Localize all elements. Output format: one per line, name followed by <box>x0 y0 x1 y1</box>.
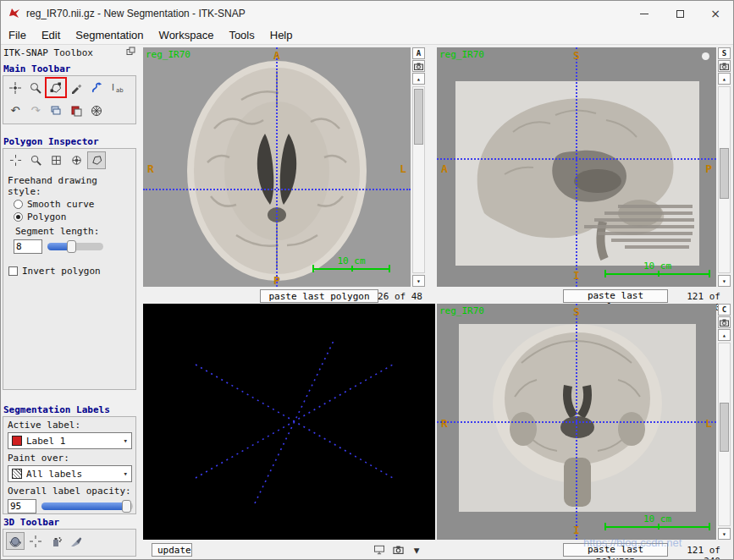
zoom-tool-icon[interactable] <box>26 79 45 96</box>
undo-icon[interactable]: ↶ <box>6 102 25 119</box>
opacity-slider[interactable] <box>41 502 133 510</box>
layer-inspector-icon[interactable] <box>47 102 65 119</box>
sagittal-scroll-thumb[interactable] <box>720 148 729 199</box>
spray-3d-icon[interactable] <box>47 532 65 550</box>
polygon-radio[interactable]: Polygon <box>14 211 135 222</box>
crosshair-vertical[interactable] <box>576 47 577 287</box>
annotation-tool-icon[interactable]: Iab <box>108 79 126 96</box>
paintbrush-tool-icon[interactable] <box>67 79 86 96</box>
sagittal-paste-last-polygon-button[interactable]: paste last polygon <box>563 289 668 303</box>
minimize-button[interactable] <box>626 1 662 26</box>
crosshair-horizontal[interactable] <box>437 421 716 423</box>
radio-checked-icon <box>14 212 23 222</box>
smooth-curve-radio[interactable]: Smooth curve <box>14 199 135 210</box>
sagittal-scroll-up[interactable]: ▴ <box>718 73 731 85</box>
coronal-scrollbar[interactable] <box>718 343 731 526</box>
paint-over-value: All labels <box>26 469 82 480</box>
invert-polygon-checkbox[interactable]: Invert polygon <box>8 266 135 277</box>
layer-label: reg_IR70 <box>439 305 484 316</box>
sagittal-camera-button[interactable] <box>718 60 731 72</box>
3d-viewport[interactable] <box>143 304 435 540</box>
orientation-top: A <box>273 49 280 62</box>
pi-wheel-icon[interactable] <box>67 151 86 169</box>
coronal-scroll-up[interactable]: ▴ <box>718 329 731 341</box>
main-toolbar-group: Iab ↶ ↷ <box>3 75 136 124</box>
scalpel-3d-icon[interactable] <box>67 532 86 550</box>
sagittal-viewport[interactable]: reg_IR70 S A P I 10 cm <box>437 47 716 287</box>
trackball-3d-icon[interactable] <box>6 532 25 550</box>
toolbox-panel: ITK-SNAP Toolbox Main Toolbar Iab <box>1 45 140 560</box>
axial-scrollbar[interactable] <box>412 86 425 273</box>
menu-file[interactable]: File <box>1 27 34 43</box>
sagittal-view-key-button[interactable]: S <box>718 47 731 59</box>
menu-tools[interactable]: Tools <box>221 27 262 43</box>
polygon-tool-icon[interactable] <box>47 79 65 96</box>
orientation-right: P <box>705 162 712 175</box>
display-layout-button[interactable] <box>372 543 387 557</box>
layer-label: reg_IR70 <box>439 49 484 60</box>
coronal-scroll-thumb[interactable] <box>720 403 729 452</box>
menu-workspace[interactable]: Workspace <box>152 27 222 43</box>
crosshair-horizontal[interactable] <box>143 189 411 190</box>
active-label-label: Active label: <box>8 420 135 431</box>
crosshair-horizontal[interactable] <box>437 158 716 160</box>
active-label-select[interactable]: Label 1 ▾ <box>8 432 132 449</box>
coronal-camera-button[interactable] <box>718 316 731 328</box>
slider-thumb[interactable] <box>122 500 131 513</box>
paint-over-label: Paint over: <box>8 453 135 464</box>
axial-scroll-up[interactable]: ▴ <box>412 73 425 85</box>
pi-zoom-icon[interactable] <box>26 151 45 169</box>
pi-grid-icon[interactable] <box>47 151 65 169</box>
polygon-inspector-group: Freehand drawing style: Smooth curve Pol… <box>3 148 136 390</box>
polygon-inspector-heading: Polygon Inspector <box>3 136 99 147</box>
screenshot-button[interactable] <box>390 543 406 557</box>
orientation-left: R <box>147 162 154 175</box>
maximize-button[interactable] <box>662 1 698 26</box>
scale-bar: 10 cm <box>312 255 390 270</box>
sagittal-scrollbar[interactable] <box>718 86 731 273</box>
segment-length-slider[interactable] <box>47 243 103 250</box>
toolbox-title: ITK-SNAP Toolbox <box>3 47 93 58</box>
label-editor-icon[interactable] <box>67 102 86 119</box>
menu-edit[interactable]: Edit <box>34 27 68 43</box>
main-toolbar-heading: Main Toolbar <box>3 63 70 74</box>
coronal-viewport[interactable]: reg_IR70 S R L I 10 cm <box>437 304 716 540</box>
opacity-input[interactable] <box>8 499 36 513</box>
segment-length-input[interactable] <box>14 239 42 254</box>
checkbox-icon <box>8 266 18 276</box>
redo-icon[interactable]: ↷ <box>26 102 45 119</box>
axial-scroll-thumb[interactable] <box>414 89 423 145</box>
pi-polygon-icon[interactable] <box>87 151 106 169</box>
coronal-view-key-button[interactable]: C <box>718 304 731 316</box>
menu-help[interactable]: Help <box>262 27 301 43</box>
detach-toolbox-icon[interactable] <box>126 47 135 58</box>
invert-polygon-label: Invert polygon <box>22 266 101 277</box>
menubar: File Edit Segmentation Workspace Tools H… <box>1 26 733 45</box>
expand-chevron-button[interactable]: ▾ <box>409 543 424 557</box>
axial-viewport[interactable]: reg_IR70 A R L P 10 cm <box>143 47 411 287</box>
axial-camera-button[interactable] <box>412 60 425 72</box>
orientation-right: L <box>705 417 712 430</box>
axial-view-key-button[interactable]: A <box>412 47 425 59</box>
update-3d-button[interactable]: update <box>152 543 192 557</box>
color-wheel-icon[interactable] <box>87 102 106 119</box>
watermark-dot <box>702 52 709 60</box>
slider-thumb[interactable] <box>67 240 76 253</box>
sagittal-scroll-down[interactable]: ▾ <box>718 275 731 287</box>
axial-scroll-down[interactable]: ▾ <box>412 275 425 287</box>
orientation-bottom: P <box>273 274 280 287</box>
titlebar[interactable]: reg_IR70.nii.gz - New Segmentation - ITK… <box>1 1 733 26</box>
crosshair-tool-icon[interactable] <box>6 79 25 96</box>
coronal-scroll-down[interactable]: ▾ <box>718 528 731 540</box>
svg-text:I: I <box>112 83 114 92</box>
close-button[interactable]: × <box>698 1 733 26</box>
pi-crosshair-icon[interactable] <box>6 151 25 169</box>
crosshair-3d-icon[interactable] <box>26 532 45 550</box>
axial-paste-last-polygon-button[interactable]: paste last polygon <box>260 289 378 303</box>
snake-tool-icon[interactable] <box>87 79 106 96</box>
paint-over-select[interactable]: All labels ▾ <box>8 465 132 482</box>
watermark: https://blog.csdn.net <box>583 536 682 549</box>
crosshair-vertical[interactable] <box>276 47 278 287</box>
menu-segmentation[interactable]: Segmentation <box>68 27 151 43</box>
orientation-left: R <box>441 417 448 430</box>
